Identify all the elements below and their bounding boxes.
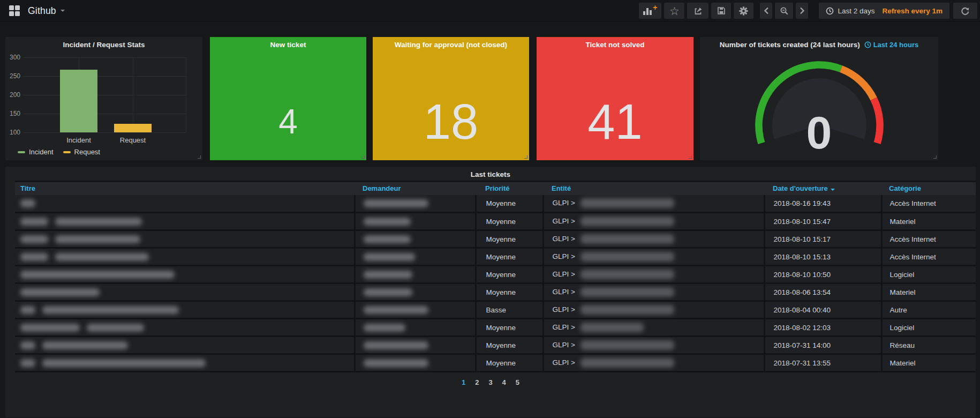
bar-request [114,124,152,132]
chevron-left-icon [764,7,769,14]
cell-date: 2018-08-10 15:47 [764,213,881,230]
redacted-text [581,252,674,262]
panel-title[interactable]: Waiting for approval (not closed) [373,41,529,49]
cell-priorite: Moyenne [476,266,543,283]
page-link[interactable]: 3 [488,378,492,386]
cell-demandeur [355,248,476,266]
time-back-button[interactable] [760,3,772,19]
cell-date: 2018-08-10 10:50 [764,266,881,283]
chevron-down-icon[interactable] [61,10,65,12]
redacted-text [20,359,35,367]
redacted-text [364,324,405,332]
cell-priorite: Moyenne [476,195,543,213]
cell-categorie: Accès Internet [881,230,976,248]
cell-categorie: Logiciel [881,266,976,283]
dashboards-grid-icon[interactable] [9,5,20,16]
table-row: MoyenneGLPI > 2018-07-31 13:55Materiel [15,354,976,372]
chevron-right-icon [800,7,805,14]
cell-entite: GLPI > [543,354,764,372]
redacted-text [42,341,128,349]
refresh-button[interactable] [953,3,977,19]
time-forward-button[interactable] [796,3,808,19]
redacted-text [364,271,412,279]
redacted-text [581,270,674,279]
panel-ticket-not-solved: Ticket not solved 41 [537,37,693,160]
column-header-demandeur[interactable]: Demandeur [355,182,476,195]
column-header-priorite[interactable]: Priorité [476,182,543,195]
column-header-titre[interactable]: Titre [15,182,355,195]
column-header-categorie[interactable]: Catégorie [881,182,976,195]
redacted-text [42,306,179,314]
table-row: MoyenneGLPI > 2018-08-02 12:03Logiciel [15,319,976,337]
gear-icon [738,6,749,16]
page-link[interactable]: 4 [502,378,506,386]
y-axis-label: 150 [5,110,20,117]
redacted-text [364,288,412,296]
panel-title[interactable]: New ticket [210,41,366,49]
refresh-icon [961,6,970,16]
redacted-text [581,323,644,332]
cell-categorie: Accès Internet [881,248,976,266]
cell-priorite: Moyenne [476,319,543,337]
cell-categorie: Logiciel [881,319,976,337]
table-row: MoyenneGLPI > 2018-08-10 15:17Accès Inte… [15,230,976,248]
cell-demandeur [355,195,476,213]
page-link[interactable]: 5 [516,378,519,386]
cell-entite: GLPI > [543,283,764,301]
redacted-text [87,324,144,332]
resize-handle[interactable] [198,155,201,159]
gridline [23,132,186,133]
clock-icon [826,7,834,15]
cell-entite: GLPI > [543,213,764,230]
bar-chart-icon [643,7,653,15]
panel-title[interactable]: Ticket not solved [537,41,693,49]
cell-priorite: Moyenne [476,337,543,354]
page-link[interactable]: 1 [462,378,465,386]
cell-entite: GLPI > [543,337,764,354]
redacted-text [55,235,140,243]
gridline [186,57,186,132]
cell-date: 2018-08-10 15:17 [764,230,881,248]
cell-date: 2018-08-02 12:03 [764,319,881,337]
resize-handle[interactable] [361,155,365,159]
redacted-text [364,359,428,367]
zoom-out-button[interactable] [775,3,793,19]
panel-tickets-created-gauge: Number of tickets created (24 last hours… [700,37,938,160]
time-picker-button[interactable]: Last 2 days Refresh every 1m [819,3,949,19]
column-header-date[interactable]: Date d'ouverture [764,182,881,195]
redacted-text [20,306,35,314]
panel-title[interactable]: Last tickets [5,170,976,178]
redacted-text [581,305,674,315]
settings-button[interactable] [734,3,753,19]
y-axis-label: 250 [5,72,20,80]
table-row: BasseGLPI > 2018-08-04 00:40Autre [15,301,976,319]
redacted-text [581,287,674,297]
cell-priorite: Moyenne [476,283,543,301]
resize-handle[interactable] [524,155,527,159]
redacted-text [364,253,415,261]
table-row: MoyenneGLPI > 2018-08-10 10:50Logiciel [15,266,976,283]
share-button[interactable] [687,3,708,19]
legend-item[interactable]: Request [63,148,100,156]
add-panel-button[interactable]: + [639,3,661,19]
cell-titre [15,283,355,301]
cell-demandeur [355,230,476,248]
dashboard-title[interactable]: Github [28,5,56,17]
redacted-text [55,218,142,226]
page-link[interactable]: 2 [475,378,479,386]
table-row: MoyenneGLPI > 2018-07-31 14:00Réseau [15,337,976,354]
redacted-text [364,306,428,314]
resize-handle[interactable] [933,155,937,159]
resize-handle[interactable] [689,155,692,159]
column-header-entite[interactable]: Entité [543,182,764,195]
legend-item[interactable]: Incident [18,148,54,156]
cell-date: 2018-07-31 13:55 [764,354,881,372]
stat-value: 41 [537,97,693,146]
save-button[interactable] [711,3,731,19]
cell-date: 2018-08-04 00:40 [764,301,881,319]
cell-priorite: Moyenne [476,248,543,266]
star-button[interactable]: ☆ [664,3,684,19]
table-row: MoyenneGLPI > 2018-08-10 15:13Accès Inte… [15,248,976,266]
cell-priorite: Moyenne [476,230,543,248]
stat-value: 4 [210,104,366,139]
